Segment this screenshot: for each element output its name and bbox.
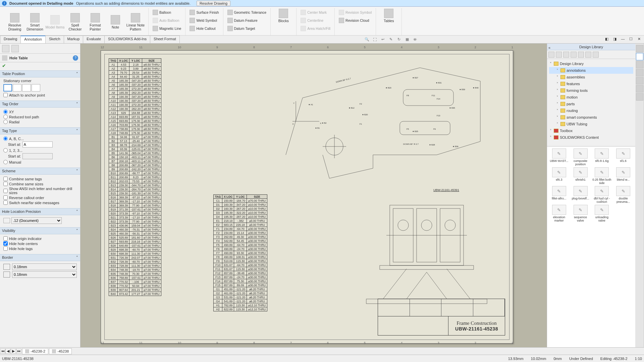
section-visibility[interactable]: Visibility˄ — [0, 227, 80, 234]
section-tag-type[interactable]: Tag Type˄ — [0, 127, 80, 134]
border-inner-select[interactable]: 0.18mm — [12, 271, 77, 278]
section-scheme[interactable]: Scheme˄ — [0, 168, 80, 175]
lib-item-sf1-6[interactable]: ✎sf1.6 — [613, 148, 633, 166]
vis-hide-hole-centers-checkbox[interactable] — [3, 241, 8, 246]
section-table-position[interactable]: Table Position˄ — [0, 70, 80, 77]
pm-tab-config-icon[interactable] — [11, 45, 19, 52]
ribbon-magnetic-line[interactable]: Magnetic Line — [151, 25, 182, 32]
panel-left-icon[interactable]: ◧ — [603, 36, 610, 42]
lib-item-plug-bevelf-[interactable]: ✎plug-bevelf... — [571, 186, 591, 203]
tagtype-manual-radio[interactable] — [3, 160, 8, 164]
vis-hide-origin-indicator-checkbox[interactable] — [3, 236, 8, 241]
design-library-items[interactable]: ✎UBW MAST...✎composite position✎sf0.8-1.… — [547, 146, 635, 347]
dl-back-icon[interactable] — [548, 52, 554, 58]
collapse-taskpane-icon[interactable]: « — [548, 44, 550, 51]
ribbon-blocks[interactable]: Blocks — [273, 8, 293, 23]
lib-item-sequence-valve[interactable]: ✎sequence valve — [571, 205, 591, 222]
lib-item-sf0-8-1-6g[interactable]: ✎sf0.8-1.6g — [592, 148, 612, 166]
corner-br-button[interactable] — [32, 84, 40, 92]
taskpane-library-icon[interactable] — [636, 53, 643, 60]
lib-item-elevation-marker[interactable]: ✎elevation marker — [549, 205, 569, 222]
sheet-tab-452382[interactable]: -45238-2 — [22, 348, 48, 354]
scheme-reverse-callout-orde-checkbox[interactable] — [3, 195, 8, 200]
dl-newfolder-icon[interactable] — [571, 52, 577, 58]
ribbon-revision-symbol[interactable]: Revision Symbol — [337, 9, 373, 16]
taskpane-explorer-icon[interactable] — [636, 61, 643, 68]
ribbon-model-items[interactable]: Model Items — [45, 14, 65, 29]
scheme-show-ansi-inch-lette-checkbox[interactable] — [3, 189, 8, 193]
zoom-area-icon[interactable]: ⛶ — [372, 37, 378, 43]
taskpane-view-icon[interactable] — [636, 69, 643, 76]
lib-item-sf6-3[interactable]: ✎sf6.3 — [549, 167, 569, 185]
hole-table-a[interactable]: TAGX LOCY LOCSIZEA14.532.18⌀8.50 THRUA29… — [109, 58, 161, 296]
tree-assemblies[interactable]: ˃assemblies — [549, 74, 633, 80]
section-view-icon[interactable]: ✎ — [388, 37, 394, 43]
tab-sketch[interactable]: Sketch — [45, 36, 64, 43]
tab-markup[interactable]: Markup — [64, 36, 84, 43]
tab-first-icon[interactable]: ⏮ — [0, 349, 5, 354]
minimize-icon[interactable]: — — [619, 36, 627, 42]
rotate-icon[interactable]: ↻ — [396, 37, 402, 43]
panel-right-icon[interactable]: ◨ — [611, 36, 619, 42]
ribbon-hole-callout[interactable]: Hole Callout — [188, 25, 220, 32]
zoom-fit-icon[interactable]: 🔍 — [364, 37, 370, 43]
tagorder-radial-radio[interactable] — [3, 120, 8, 124]
ribbon-smart-dimension[interactable]: Smart Dimension — [25, 12, 45, 31]
lib-item-ubw-mast-[interactable]: ✎UBW MAST... — [549, 148, 569, 166]
taskpane-custom-icon[interactable] — [636, 85, 643, 93]
attach-anchor-checkbox[interactable] — [3, 93, 8, 97]
scheme-combine-same-sizes-checkbox[interactable] — [3, 182, 8, 186]
tagtype-123-radio[interactable] — [3, 148, 8, 153]
hole-table-b[interactable]: TAGX LOCY LOCSIZEC1150.89-184.70⌀70.00 T… — [213, 194, 267, 311]
ribbon-format-painter[interactable]: Format Painter — [85, 12, 105, 31]
tagorder-xy-radio[interactable] — [3, 110, 8, 114]
lib-item-fillet-allro-[interactable]: ✎fillet-allro... — [549, 186, 569, 203]
tab-prev-icon[interactable]: ◀ — [5, 349, 11, 354]
ribbon-note[interactable]: Note — [105, 14, 125, 29]
tab-last-icon[interactable]: ⏭ — [16, 349, 21, 354]
ribbon-area-hatch/fill[interactable]: Area Hatch/Fill — [299, 25, 332, 32]
tree-smart-components[interactable]: ˃smart components — [549, 114, 633, 121]
tagtype-abc-radio[interactable] — [3, 136, 8, 141]
scheme-combine-same-tags-checkbox[interactable] — [3, 177, 8, 181]
tree-motion[interactable]: ˃motion — [549, 94, 633, 101]
ribbon-datum-feature[interactable]: Datum Feature — [226, 17, 268, 24]
ribbon-datum-target[interactable]: Datum Target — [226, 25, 268, 32]
design-library-tree[interactable]: ˅Design Library˃annotations˃assemblies˃f… — [547, 59, 635, 146]
ok-button[interactable]: ✔ — [2, 63, 6, 68]
dl-add-icon[interactable] — [563, 52, 569, 58]
dl-refresh-icon[interactable] — [578, 52, 584, 58]
lib-item-dbl-hyd-cyl-cushio[interactable]: ✎dbl hyd cyl - cushion — [592, 186, 612, 203]
ribbon-surface-finish[interactable]: Surface Finish — [188, 9, 220, 16]
ribbon-auto-balloon[interactable]: Auto Balloon — [151, 17, 182, 24]
pm-tab-feature-icon[interactable] — [2, 45, 9, 52]
ribbon-weld-symbol[interactable]: Weld Symbol — [188, 17, 220, 24]
ribbon-resolve-drawing[interactable]: Resolve Drawing — [5, 12, 25, 31]
precision-select[interactable]: .12 (Document) — [11, 217, 62, 224]
prev-view-icon[interactable]: ↩ — [380, 37, 386, 43]
lib-item-composite-position[interactable]: ✎composite position — [571, 148, 591, 166]
tab-next-icon[interactable]: ▶ — [11, 349, 16, 354]
tree-toolbox[interactable]: ˃Toolbox — [549, 127, 633, 134]
corner-tl-button[interactable] — [3, 84, 12, 92]
tab-sheet-format[interactable]: Sheet Format — [150, 36, 180, 43]
sheet-tab-45238[interactable]: -45238 — [49, 348, 72, 354]
tab-annotation[interactable]: Annotation — [20, 36, 46, 43]
display-style-icon[interactable]: ▦ — [404, 37, 410, 43]
taskpane-appearance-icon[interactable] — [636, 77, 643, 84]
drawing-canvas[interactable]: 121110987654321 TAGX LOCY LOCSIZEA14.532… — [80, 44, 547, 347]
dl-up-icon[interactable] — [585, 52, 591, 58]
tree-design-library[interactable]: ˅Design Library — [549, 60, 633, 67]
ribbon-tables[interactable]: Tables — [379, 8, 399, 23]
ribbon-linear-note-pattern[interactable]: Linear Note Pattern — [125, 12, 146, 31]
tree-ubw-tubing[interactable]: ˃UBW Tubing — [549, 121, 633, 127]
ribbon-balloon[interactable]: Balloon — [151, 9, 182, 16]
ribbon-revision-cloud[interactable]: Revision Cloud — [337, 17, 373, 24]
lib-item-unloading-valve[interactable]: ✎unloading valve — [592, 205, 612, 222]
border-outer-select[interactable]: 0.18mm — [12, 263, 77, 270]
maximize-icon[interactable]: ☐ — [627, 36, 635, 42]
close-icon[interactable]: ✕ — [635, 36, 643, 42]
corner-bl-button[interactable] — [22, 84, 31, 92]
tagorder-reduced-tool-path-radio[interactable] — [3, 115, 8, 119]
lib-item-0-25-fillet-both-s[interactable]: ✎0.25 fillet both side — [592, 167, 612, 185]
